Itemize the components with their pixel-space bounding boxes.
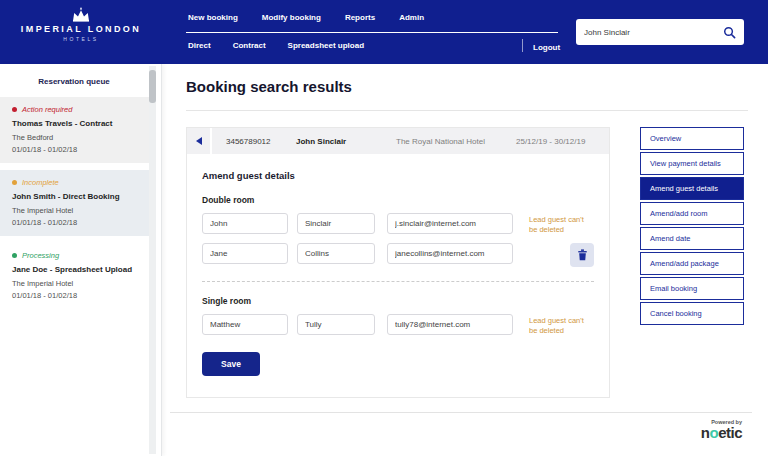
guest-row-lead-single: Lead guest can't be deleted [202,314,594,336]
reservation-queue-list: Action required Thomas Travels - Contrac… [0,97,149,316]
trash-icon [577,249,588,261]
status-row: Incomplete [12,178,137,187]
menu-item-overview[interactable]: Overview [640,127,744,150]
booking-dates: 25/12/19 - 30/12/19 [516,137,585,146]
menu-item-view-payment-details[interactable]: View payment details [640,152,744,175]
secondary-nav: Direct Contract Spreadsheet upload [188,41,364,50]
queue-item-dates: 01/01/18 - 01/02/18 [12,291,137,300]
menu-item-amend-date[interactable]: Amend date [640,227,744,250]
status-row: Action required [12,105,137,114]
logout-link[interactable]: Logout [533,43,560,52]
guest-row-lead-double: Lead guest can't be deleted [202,213,594,235]
amend-guest-details-section: Amend guest details Double room Lead gue… [187,170,609,376]
status-dot-icon [12,107,17,112]
booking-id: 3456789012 [226,137,296,146]
last-name-input[interactable] [297,314,375,335]
status-label: Processing [22,251,59,260]
noetic-logo-rest: etic [718,424,742,441]
title-divider [186,110,748,111]
nav-spreadsheet-upload[interactable]: Spreadsheet upload [288,41,364,50]
section-title: Amend guest details [202,170,594,181]
delete-guest-button[interactable] [570,243,594,267]
menu-item-amend-add-room[interactable]: Amend/add room [640,202,744,225]
reservation-queue-sidebar: Reservation queue Action required Thomas… [0,64,162,456]
noetic-logo-o: o [709,424,718,441]
booking-summary-row: 3456789012 John Sinclair The Royal Natio… [187,128,609,154]
search-box [576,19,744,45]
queue-item-hotel: The Imperial Hotel [12,206,137,215]
noetic-logo: noetic [701,425,742,442]
last-name-input[interactable] [297,213,375,234]
queue-item-dates: 01/01/18 - 01/02/18 [12,218,137,227]
powered-by-block: Powered by noetic [701,419,742,442]
queue-item-john-smith[interactable]: Incomplete John Smith - Direct Booking T… [0,170,149,236]
primary-nav: New booking Modify booking Reports Admin [188,13,424,22]
queue-item-name: John Smith - Direct Booking [12,192,137,202]
status-row: Processing [12,251,137,260]
queue-item-name: Jane Doe - Spreadsheet Upload [12,265,137,275]
booking-guest-name: John Sinclair [296,137,396,146]
queue-item-name: Thomas Travels - Contract [12,119,137,129]
queue-item-hotel: The Bedford [12,133,137,142]
brand-name: IMPERIAL LONDON [18,24,144,34]
email-input[interactable] [387,314,513,335]
room-label-double: Double room [202,195,594,205]
lead-guest-note: Lead guest can't be deleted [529,314,594,336]
booking-summary-cells: 3456789012 John Sinclair The Royal Natio… [212,128,609,154]
queue-item-thomas-travels[interactable]: Action required Thomas Travels - Contrac… [0,97,149,163]
status-dot-icon [12,253,17,258]
lead-guest-note: Lead guest can't be deleted [529,213,594,235]
status-label: Incomplete [22,178,59,187]
logout-divider [522,39,523,52]
collapse-booking-button[interactable] [187,128,210,154]
booking-card: 3456789012 John Sinclair The Royal Natio… [186,127,610,398]
status-label: Action required [22,105,72,114]
chevron-left-icon [196,137,202,145]
reservation-queue-title: Reservation queue [0,77,148,86]
nav-modify-booking[interactable]: Modify booking [262,13,321,22]
room-divider [202,281,594,282]
nav-contract[interactable]: Contract [233,41,266,50]
queue-item-jane-doe[interactable]: Processing Jane Doe - Spreadsheet Upload… [0,243,149,309]
search-input[interactable] [584,28,723,37]
nav-new-booking[interactable]: New booking [188,13,238,22]
first-name-input[interactable] [202,314,288,335]
first-name-input[interactable] [202,243,288,264]
menu-item-amend-guest-details[interactable]: Amend guest details [640,177,744,200]
nav-reports[interactable]: Reports [345,13,375,22]
first-name-input[interactable] [202,213,288,234]
booking-action-menu: Overview View payment details Amend gues… [640,127,744,327]
menu-item-amend-add-package[interactable]: Amend/add package [640,252,744,275]
email-input[interactable] [387,213,513,234]
search-icon[interactable] [723,26,736,39]
sidebar-scrollbar-thumb[interactable] [149,70,156,103]
guest-row-second-double [202,243,594,267]
brand-subtitle: HOTELS [18,36,144,42]
status-dot-icon [12,180,17,185]
sidebar-scrollbar-track[interactable] [149,66,156,454]
save-button[interactable]: Save [202,352,260,376]
queue-item-hotel: The Imperial Hotel [12,279,137,288]
booking-hotel: The Royal National Hotel [396,137,516,146]
last-name-input[interactable] [297,243,375,264]
crown-icon [70,7,92,22]
queue-item-dates: 01/01/18 - 01/02/18 [12,145,137,154]
menu-item-email-booking[interactable]: Email booking [640,277,744,300]
footer-divider [170,412,752,413]
brand-logo: IMPERIAL LONDON HOTELS [18,7,144,42]
page-title: Booking search results [186,78,352,95]
nav-underline [186,32,558,33]
nav-direct[interactable]: Direct [188,41,211,50]
app-header: IMPERIAL LONDON HOTELS New booking Modif… [0,0,768,64]
menu-item-cancel-booking[interactable]: Cancel booking [640,302,744,325]
room-label-single: Single room [202,296,594,306]
nav-admin[interactable]: Admin [399,13,424,22]
email-input[interactable] [387,243,513,264]
